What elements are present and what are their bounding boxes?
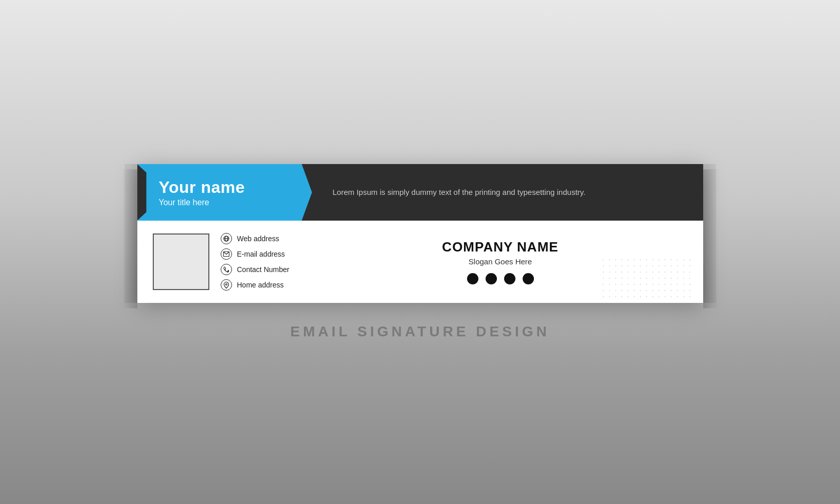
card-bottom-section: Web address E-mail address <box>137 221 703 303</box>
watermark-text: EMAIL SIGNATURE DESIGN <box>290 323 549 340</box>
social-dot-3 <box>504 273 515 284</box>
contact-item-email: E-mail address <box>221 248 334 260</box>
social-dot-1 <box>467 273 478 284</box>
fold-left-decoration <box>124 164 137 303</box>
email-address-label: E-mail address <box>237 250 285 258</box>
home-address-label: Home address <box>237 281 284 289</box>
contact-item-address: Home address <box>221 279 334 291</box>
social-dot-4 <box>523 273 534 284</box>
person-title: Your title here <box>153 198 287 207</box>
fold-right-decoration <box>703 164 716 303</box>
photo-placeholder <box>153 233 209 290</box>
card-top-section: Your name Your title here Lorem Ipsum is… <box>137 164 703 221</box>
tagline-text: Lorem Ipsum is simply dummy text of the … <box>333 186 586 198</box>
web-icon <box>221 233 232 244</box>
company-name: COMPANY NAME <box>442 239 558 255</box>
card-wrapper: Your name Your title here Lorem Ipsum is… <box>137 164 703 303</box>
social-dots <box>467 273 534 284</box>
contact-list: Web address E-mail address <box>221 232 334 292</box>
web-address-label: Web address <box>237 235 279 243</box>
phone-icon <box>221 264 232 275</box>
tagline-section: Lorem Ipsum is simply dummy text of the … <box>312 164 703 221</box>
email-signature-card: Your name Your title here Lorem Ipsum is… <box>137 164 703 303</box>
company-slogan: Slogan Goes Here <box>469 257 532 266</box>
contact-item-phone: Contact Number <box>221 264 334 275</box>
contact-item-web: Web address <box>221 233 334 244</box>
name-section: Your name Your title here <box>137 164 312 221</box>
email-icon <box>221 248 232 260</box>
company-section: COMPANY NAME Slogan Goes Here <box>334 232 688 292</box>
svg-point-4 <box>225 283 227 285</box>
location-icon <box>221 279 232 291</box>
social-dot-2 <box>486 273 497 284</box>
contact-number-label: Contact Number <box>237 265 290 274</box>
person-name: Your name <box>153 178 287 197</box>
